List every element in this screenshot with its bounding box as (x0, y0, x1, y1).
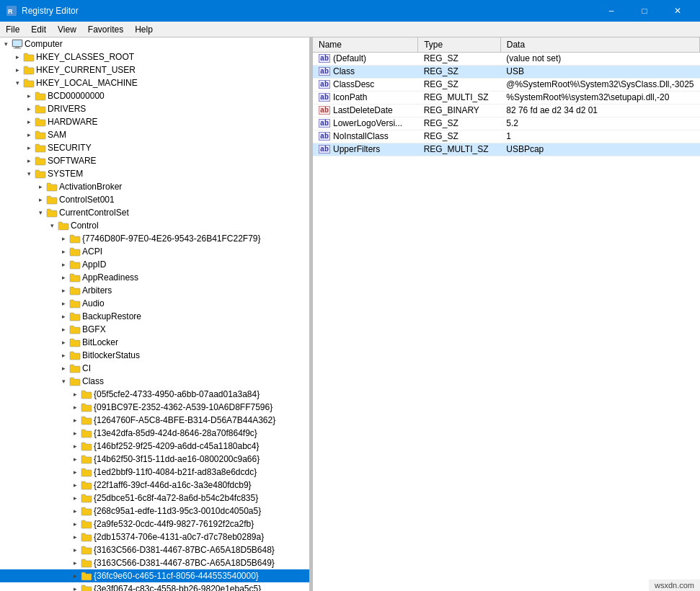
expand-btn-activationbroker[interactable] (35, 181, 46, 192)
expand-btn-computer[interactable] (0, 38, 12, 50)
expand-btn-hkcr[interactable] (12, 51, 23, 63)
tree-item-cls2[interactable]: {091BC97E-2352-4362-A539-10A6D8FF7596} (0, 401, 309, 414)
expand-btn-cls15[interactable] (69, 570, 81, 582)
expand-btn-cls7[interactable] (69, 466, 81, 478)
tree-item-bitlockerstatus[interactable]: BitlockerStatus (0, 349, 309, 362)
expand-btn-acpi[interactable] (58, 246, 69, 257)
tree-item-cls10[interactable]: {268c95a1-edfe-11d3-95c3-0010dc4050a5} (0, 505, 309, 517)
tree-item-cls16[interactable]: {3e3f0674-c83c-4558-bb26-9820e1eba5c5} (0, 582, 309, 591)
expand-btn-hardware[interactable] (23, 116, 35, 128)
tree-item-cls15[interactable]: {36fc9e60-c465-11cf-8056-444553540000} (0, 569, 309, 582)
expand-btn-controlset001[interactable] (35, 194, 46, 205)
expand-btn-backuprestore[interactable] (58, 311, 69, 322)
expand-btn-appid[interactable] (58, 259, 69, 270)
expand-btn-control[interactable] (46, 220, 58, 231)
tree-item-cls12[interactable]: {2db15374-706e-4131-a0c7-d7c78eb0289a} (0, 530, 309, 543)
tree-item-cls4[interactable]: {13e42dfa-85d9-424d-8646-28a70f864f9c} (0, 427, 309, 440)
tree-item-audio[interactable]: Audio (0, 297, 309, 310)
expand-btn-cls11[interactable] (69, 518, 81, 530)
tree-item-cls6[interactable]: {14b62f50-3f15-11dd-ae16-0800200c9a66} (0, 453, 309, 466)
tree-item-ci[interactable]: CI (0, 362, 309, 375)
table-row[interactable]: abIconPathREG_MULTI_SZ%SystemRoot%\syste… (313, 91, 700, 104)
tree-item-appreadiness[interactable]: AppReadiness (0, 271, 309, 284)
tree-item-hklm[interactable]: HKEY_LOCAL_MACHINE (0, 76, 309, 89)
tree-item-control[interactable]: Control (0, 219, 309, 232)
expand-btn-cls14[interactable] (69, 557, 81, 569)
expand-btn-appreadiness[interactable] (58, 272, 69, 283)
tree-item-cls7[interactable]: {1ed2bbf9-11f0-4084-b21f-ad83a8e6dcdc} (0, 466, 309, 479)
tree-item-cls13[interactable]: {3163C566-D381-4467-87BC-A65A18D5B648} (0, 543, 309, 556)
expand-btn-cls12[interactable] (69, 531, 81, 543)
tree-item-hkcu[interactable]: HKEY_CURRENT_USER (0, 63, 309, 76)
table-row[interactable]: abNoInstallClassREG_SZ1 (313, 130, 700, 143)
tree-item-cls3[interactable]: {1264760F-A5C8-4BFE-B314-D56A7B44A362} (0, 414, 309, 427)
tree-item-cls9[interactable]: {25dbce51-6c8f-4a72-8a6d-b54c2b4fc835} (0, 492, 309, 505)
tree-item-bgfx[interactable]: BGFX (0, 323, 309, 336)
tree-item-currentcontrolset[interactable]: CurrentControlSet (0, 206, 309, 219)
expand-btn-cls9[interactable] (69, 492, 81, 504)
expand-btn-system[interactable] (23, 168, 35, 179)
tree-item-activationbroker[interactable]: ActivationBroker (0, 180, 309, 193)
tree-item-arbiters[interactable]: Arbiters (0, 284, 309, 297)
expand-btn-currentcontrolset[interactable] (35, 207, 46, 218)
tree-item-software[interactable]: SOFTWARE (0, 154, 309, 167)
expand-btn-cls3[interactable] (69, 414, 81, 426)
menu-item-favorites[interactable]: Favorites (82, 23, 129, 36)
expand-btn-cls2[interactable] (69, 401, 81, 413)
tree-item-security[interactable]: SECURITY (0, 141, 309, 154)
tree-item-cls14[interactable]: {3163C566-D381-4467-87BC-A65A18D5B649} (0, 556, 309, 569)
tree-item-controlset001[interactable]: ControlSet001 (0, 193, 309, 206)
expand-btn-bitlockerstatus[interactable] (58, 350, 69, 361)
tree-item-hardware[interactable]: HARDWARE (0, 115, 309, 128)
expand-btn-hkcu[interactable] (12, 64, 23, 76)
tree-item-computer[interactable]: Computer (0, 37, 309, 50)
maximize-button[interactable]: □ (628, 0, 661, 22)
tree-item-sam[interactable]: SAM (0, 128, 309, 141)
expand-btn-bitlocker[interactable] (58, 337, 69, 348)
expand-btn-cls4[interactable] (69, 427, 81, 439)
data-pane[interactable]: Name Type Data ab(Default)REG_SZ(value n… (313, 37, 700, 591)
expand-btn-cls16[interactable] (69, 583, 81, 591)
table-row[interactable]: ab(Default)REG_SZ(value not set) (313, 52, 700, 65)
table-row[interactable]: abUpperFiltersREG_MULTI_SZUSBPcap (313, 143, 700, 156)
close-button[interactable]: ✕ (661, 0, 694, 22)
tree-item-class[interactable]: Class (0, 375, 309, 388)
minimize-button[interactable]: – (595, 0, 628, 22)
menu-item-file[interactable]: File (0, 23, 25, 36)
expand-btn-audio[interactable] (58, 298, 69, 309)
expand-btn-bgfx[interactable] (58, 324, 69, 335)
expand-btn-hklm[interactable] (12, 77, 23, 89)
table-row[interactable]: abLastDeleteDateREG_BINARY82 76 fd ae d2… (313, 104, 700, 117)
tree-item-backuprestore[interactable]: BackupRestore (0, 310, 309, 323)
expand-btn-cls5[interactable] (69, 440, 81, 452)
menu-item-help[interactable]: Help (129, 23, 159, 36)
expand-btn-sam[interactable] (23, 129, 35, 141)
expand-btn-software[interactable] (23, 155, 35, 166)
expand-btn-drivers[interactable] (23, 103, 35, 115)
expand-btn-cls6[interactable] (69, 453, 81, 465)
expand-btn-cls1[interactable] (69, 388, 81, 400)
expand-btn-class[interactable] (58, 376, 69, 387)
tree-item-cls5[interactable]: {146bf252-9f25-4209-a6dd-c45a1180abc4} (0, 440, 309, 453)
tree-item-cls8[interactable]: {22f1aff6-39cf-446d-a16c-3a3e480fdcb9} (0, 479, 309, 492)
menu-item-edit[interactable]: Edit (25, 23, 52, 36)
expand-btn-guid1[interactable] (58, 233, 69, 244)
expand-btn-arbiters[interactable] (58, 285, 69, 296)
menu-item-view[interactable]: View (52, 23, 82, 36)
tree-item-bitlocker[interactable]: BitLocker (0, 336, 309, 349)
table-row[interactable]: abClassDescREG_SZ@%SystemRoot%\System32\… (313, 78, 700, 91)
expand-btn-ci[interactable] (58, 363, 69, 374)
table-row[interactable]: abLowerLogoVersi...REG_SZ5.2 (313, 117, 700, 130)
expand-btn-cls8[interactable] (69, 479, 81, 491)
tree-pane[interactable]: Computer HKEY_CLASSES_ROOT HKEY_CURRENT_… (0, 37, 310, 591)
expand-btn-cls10[interactable] (69, 505, 81, 517)
tree-item-appid[interactable]: AppID (0, 258, 309, 271)
expand-btn-security[interactable] (23, 142, 35, 154)
tree-item-drivers[interactable]: DRIVERS (0, 102, 309, 115)
tree-item-guid1[interactable]: {7746D80F-97E0-4E26-9543-26B41FC22F79} (0, 232, 309, 245)
tree-item-bcd[interactable]: BCD00000000 (0, 89, 309, 102)
expand-btn-cls13[interactable] (69, 544, 81, 556)
tree-item-hkcr[interactable]: HKEY_CLASSES_ROOT (0, 50, 309, 63)
expand-btn-bcd[interactable] (23, 90, 35, 102)
tree-item-system[interactable]: SYSTEM (0, 167, 309, 180)
